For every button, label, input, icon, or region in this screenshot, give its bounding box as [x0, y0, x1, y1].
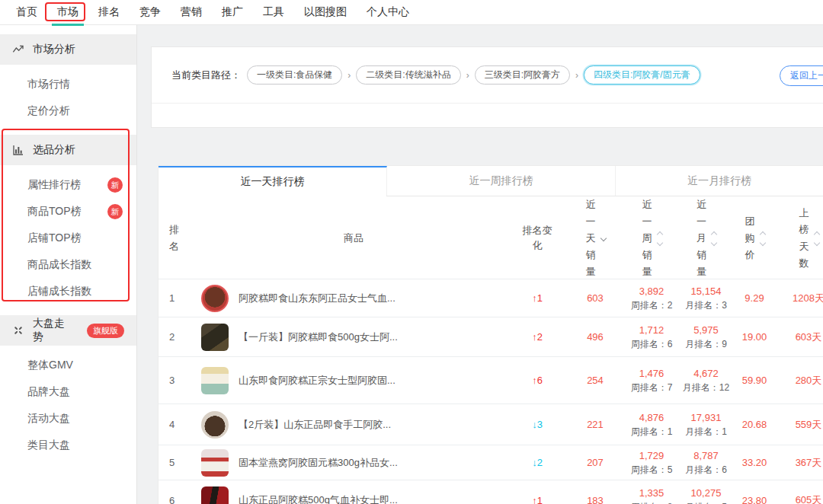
sidebar-item-attribute-ranking[interactable]: 属性排行榜 新	[0, 171, 136, 198]
sidebar-item-shop-growth-index[interactable]: 店铺成长指数	[0, 278, 136, 305]
nav-item-tools[interactable]: 工具	[253, 0, 294, 25]
header-product: 商品	[201, 231, 506, 245]
flagship-badge: 旗舰版	[87, 324, 124, 338]
product-title[interactable]: 【一斤装】阿胶糕即食500g女士阿...	[239, 330, 398, 344]
table-row[interactable]: 6 山东正品阿胶糕500g气血补女士即... ↑1 183 1,335 周排名：…	[159, 480, 823, 504]
sort-icon-week[interactable]	[658, 232, 662, 245]
new-badge: 新	[107, 204, 123, 219]
sort-icon-month[interactable]	[712, 232, 716, 245]
week-sales-cell: 3,892 周排名：2	[622, 284, 681, 313]
days-on-list-value: 1208天	[778, 292, 823, 305]
days-on-list-value: 605天	[778, 493, 823, 504]
sidebar-item-product-top-list[interactable]: 商品TOP榜 新	[0, 198, 136, 225]
table-row[interactable]: 5 固本堂燕窝阿胶固元糕300g补品女... ↓2 207 1,729 周排名：…	[159, 445, 823, 480]
nav-item-ranking[interactable]: 排名	[88, 0, 130, 25]
product-thumbnail[interactable]	[201, 449, 229, 477]
sort-icon-day[interactable]	[601, 236, 606, 241]
sort-icon-price[interactable]	[761, 232, 765, 245]
tab-last-week-ranking[interactable]: 近一周排行榜	[387, 166, 616, 196]
product-title[interactable]: 【2斤装】山东正品即食手工阿胶...	[239, 418, 391, 432]
breadcrumb-level2-pill[interactable]: 二级类目:传统滋补品	[356, 65, 460, 85]
sidebar-section-market-analysis[interactable]: 市场分析	[0, 34, 136, 65]
sidebar-section-selection-analysis[interactable]: 选品分析	[0, 135, 136, 165]
week-sales-cell: 1,729 周排名：5	[622, 448, 681, 477]
days-on-list-value: 367天	[778, 456, 823, 470]
product-title[interactable]: 阿胶糕即食山东东阿正品女士气血...	[239, 292, 395, 305]
month-sales-cell: 15,154 月排名：3	[681, 284, 731, 313]
sidebar-item-overall-gmv[interactable]: 整体GMV	[0, 352, 136, 378]
nav-item-marketing[interactable]: 营销	[171, 0, 212, 25]
breadcrumb-level1-pill[interactable]: 一级类目:食品保健	[247, 65, 342, 85]
rank-number: 2	[159, 331, 201, 343]
sidebar: 市场分析 市场行情 定价分析 选品分析 属性排行榜 新 商品TOP榜	[0, 25, 137, 504]
month-sales-cell: 17,931 月排名：1	[681, 410, 731, 439]
sort-icon-days[interactable]	[815, 232, 819, 245]
bar-chart-icon	[12, 144, 24, 156]
header-week-sales[interactable]: 近一周销量	[622, 196, 681, 280]
product-thumbnail[interactable]	[201, 411, 229, 439]
breadcrumb-level4-pill-active[interactable]: 四级类目:阿胶膏/固元膏	[584, 65, 700, 85]
month-sales-cell: 8,787 月排名：6	[681, 448, 731, 477]
week-sales-cell: 1,476 周排名：7	[622, 366, 681, 395]
day-sales-value: 221	[568, 419, 622, 430]
header-group-price[interactable]: 团购价	[731, 213, 778, 263]
tab-last-month-ranking[interactable]: 近一月排行榜	[616, 166, 823, 196]
group-price-value: 33.20	[731, 457, 778, 468]
product-thumbnail[interactable]	[201, 324, 229, 351]
sidebar-item-category-overview[interactable]: 类目大盘	[0, 432, 136, 458]
days-on-list-value: 280天	[778, 374, 823, 388]
rank-number: 6	[159, 495, 201, 504]
back-to-parent-button[interactable]: 返回上一级	[780, 65, 823, 86]
sidebar-item-market-trend[interactable]: 市场行情	[0, 71, 136, 97]
product-thumbnail[interactable]	[201, 486, 229, 504]
nav-item-personal-center[interactable]: 个人中心	[357, 0, 419, 25]
rank-number: 3	[159, 375, 201, 386]
week-sales-cell: 1,712 周排名：6	[622, 323, 681, 352]
rank-change-cell: ↑2	[506, 331, 568, 343]
group-price-value: 9.29	[731, 292, 778, 304]
product-thumbnail[interactable]	[201, 367, 229, 394]
sidebar-section-market-overview[interactable]: 大盘走势 旗舰版	[0, 315, 136, 346]
rank-change-cell: ↑1	[506, 292, 568, 304]
table-row[interactable]: 3 山东即食阿胶糕正宗女士型阿胶固... ↑6 254 1,476 周排名：7 …	[159, 356, 823, 404]
table-row[interactable]: 2 【一斤装】阿胶糕即食500g女士阿... ↑2 496 1,712 周排名：…	[159, 317, 823, 356]
nav-item-competition[interactable]: 竞争	[130, 0, 171, 25]
days-on-list-value: 559天	[778, 418, 823, 432]
tab-last-day-ranking[interactable]: 近一天排行榜	[159, 166, 387, 196]
top-nav: 首页 市场 排名 竞争 营销 推广 工具 以图搜图 个人中心	[0, 0, 823, 25]
product-title[interactable]: 固本堂燕窝阿胶固元糕300g补品女...	[239, 456, 398, 470]
category-path-card: 当前类目路径： 一级类目:食品保健 › 二级类目:传统滋补品 › 三级类目:阿胶…	[151, 46, 823, 128]
month-sales-cell: 5,975 月排名：9	[681, 323, 731, 352]
sidebar-item-activity-overview[interactable]: 活动大盘	[0, 405, 136, 432]
rank-change-cell: ↑1	[506, 495, 568, 504]
header-month-sales[interactable]: 近一月销量	[681, 196, 731, 280]
sidebar-item-product-growth-index[interactable]: 商品成长指数	[0, 251, 136, 278]
nav-item-home[interactable]: 首页	[6, 0, 47, 25]
sidebar-item-shop-top-list[interactable]: 店铺TOP榜	[0, 225, 136, 251]
product-thumbnail[interactable]	[201, 285, 229, 312]
product-title[interactable]: 山东即食阿胶糕正宗女士型阿胶固...	[239, 374, 395, 388]
breadcrumb-level3-pill[interactable]: 三级类目:阿胶膏方	[475, 65, 570, 85]
rank-number: 5	[159, 457, 201, 468]
rank-number: 1	[159, 292, 201, 304]
day-sales-value: 207	[568, 457, 622, 468]
ranking-tabs: 近一天排行榜 近一周排行榜 近一月排行榜	[159, 166, 823, 196]
week-sales-cell: 1,335 周排名：8	[622, 486, 681, 504]
header-day-sales[interactable]: 近一天销量	[568, 196, 622, 280]
nav-item-market[interactable]: 市场	[47, 0, 88, 25]
group-price-value: 59.90	[731, 375, 778, 386]
week-sales-cell: 4,876 周排名：1	[622, 410, 681, 439]
group-price-value: 19.00	[731, 331, 778, 343]
nav-item-promotion[interactable]: 推广	[212, 0, 253, 25]
day-sales-value: 603	[568, 292, 622, 304]
product-title[interactable]: 山东正品阿胶糕500g气血补女士即...	[239, 493, 398, 504]
line-chart-icon	[12, 43, 24, 56]
table-row[interactable]: 1 阿胶糕即食山东东阿正品女士气血... ↑1 603 3,892 周排名：2 …	[159, 279, 823, 317]
rank-number: 4	[159, 419, 201, 430]
rank-change-cell: ↓3	[506, 419, 568, 430]
nav-item-image-search[interactable]: 以图搜图	[294, 0, 357, 25]
table-row[interactable]: 4 【2斤装】山东正品即食手工阿胶... ↓3 221 4,876 周排名：1 …	[159, 404, 823, 445]
sidebar-item-pricing-analysis[interactable]: 定价分析	[0, 97, 136, 124]
header-days-on-list[interactable]: 上榜天数	[778, 205, 823, 272]
sidebar-item-brand-overview[interactable]: 品牌大盘	[0, 378, 136, 405]
